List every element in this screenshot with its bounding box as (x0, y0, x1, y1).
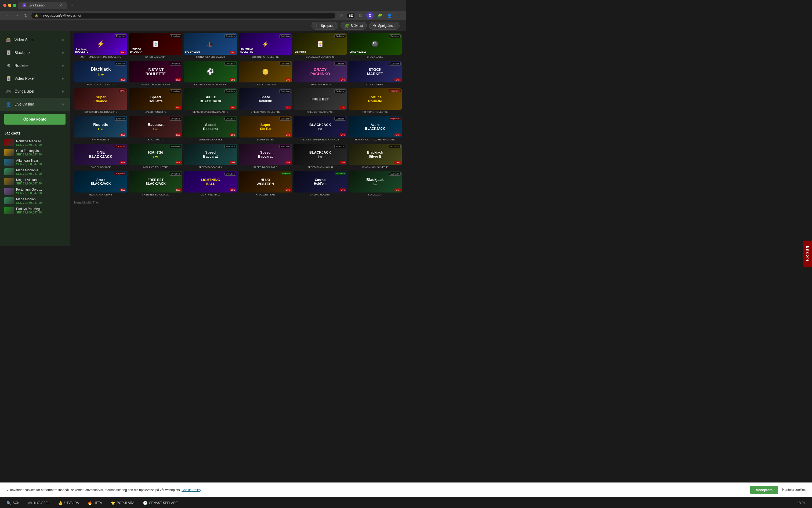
jackpot-thumb-6 (4, 197, 14, 204)
game-card-g15[interactable]: Evolution Live SPEEDBLACKJACK CLASSIC SP… (184, 88, 237, 114)
jackpot-item-1[interactable]: Gold Factory Ja... SEK 79,960,047.90 (4, 148, 66, 157)
back-btn[interactable]: ← (3, 12, 11, 19)
game-label-g8: INSTANT ROULETTE LIVE (129, 83, 182, 86)
address-bar[interactable]: 🔒 mrvegas.com/sv/live-casino/ (32, 13, 335, 18)
sidebar-item-video-slots[interactable]: 🎰 Video Slots ▶ (0, 33, 70, 46)
game-card-g22[interactable]: Evolution Live SuperSic Bo SUPER SIC BO (239, 116, 292, 141)
jackpot-thumb-0 (4, 139, 14, 146)
game-card-g16[interactable]: Evolution Live SpeedRoulette SPEED AUTO … (239, 88, 292, 114)
game-card-g14[interactable]: Evolution Live SpeedRoulette SPEED ROULE… (129, 88, 182, 114)
jackpot-item-7[interactable]: Paddys Pot Mega... SEK 79,960,047.90 (4, 206, 66, 215)
tabs-dropdown[interactable]: ⌄ (397, 3, 403, 7)
game-card-g30[interactable]: Evolution Live BlackjackSilver E BLACKJA… (348, 144, 402, 169)
game-card-g1[interactable]: Evolution Live ⚡ LightningROULETTE XXXTR… (74, 33, 127, 59)
close-window-btn[interactable] (3, 4, 6, 7)
game-card-g4[interactable]: Evolution ⚡ LIGHTNINGROULETTE LIGHTNING … (239, 33, 292, 59)
game-card-g27[interactable]: Evolution Live SpeedBaccarat SPEED BACCA… (184, 144, 237, 169)
game-card-g8[interactable]: Evolution Live INSTANTROULETTE INSTANT R… (129, 61, 182, 86)
game-card-g23[interactable]: Evolution Live BLACKJACKlive CLASSIC SPE… (294, 116, 347, 141)
open-account-btn[interactable]: Öppna konto (4, 114, 66, 125)
game-label-g29: SPEED BLACKJACK H (294, 166, 347, 169)
active-tab[interactable]: V Live kasino ✕ (18, 2, 67, 9)
evo-badge-g23: Evolution (334, 117, 346, 121)
jackpot-item-0[interactable]: Roulette Mega M... SEK 79,960,047.90 (4, 138, 66, 148)
game-card-g9[interactable]: Evolution Live ⚽ FOOTBALL STUDIO TOP CAR… (184, 61, 237, 86)
minimize-window-btn[interactable] (8, 4, 11, 7)
forward-btn[interactable]: → (13, 12, 20, 19)
game-card-g21[interactable]: Evolution Live SpeedBaccarat SPEED BACCA… (184, 116, 237, 141)
game-card-g36[interactable]: Evolution Live Blackjacklive BLACKJACK (348, 171, 402, 197)
game-card-g31[interactable]: Pragmatic Live AzureBLACKJACK BLACKJACK … (74, 171, 127, 197)
game-card-g29[interactable]: Evolution Live BLACKJACKlive SPEED BLACK… (294, 144, 347, 169)
maximize-window-btn[interactable] (13, 4, 16, 7)
spelpaus-btn[interactable]: ⏸ Spelpaus (311, 22, 338, 30)
sidebar-item-video-poker[interactable]: 🃏 Video Poker ▶ (0, 72, 70, 85)
game-card-g11[interactable]: Evolution Live CRAZYPACHINKO CRAZY PACHI… (294, 61, 347, 86)
game-card-g35[interactable]: Playtech Live CasinoHold'em CASINO HOLDE… (294, 171, 347, 197)
sidebar-item-live-casino[interactable]: 👤 Live Casino ▶ (0, 98, 70, 111)
game-card-g33[interactable]: Evolution Live LIGHTNINGBALL LIGHTNING B… (184, 171, 237, 197)
jackpot-item-5[interactable]: Fortunium Gold ... SEK 79,960,047.90 (4, 186, 66, 196)
game-label-g22: SUPER SIC BO (239, 138, 292, 141)
live-badge-g22: Live (285, 133, 291, 136)
game-label-g26: MINI LIVE ROULETTE (129, 166, 182, 169)
jackpot-thumb-5 (4, 188, 14, 195)
jackpot-item-3[interactable]: Mega Moolah 4 T... SEK 79,960,047.90 (4, 167, 66, 177)
blackjack-label: Blackjack (14, 50, 30, 55)
sidebar-item-blackjack[interactable]: 🃏 Blackjack ▶ (0, 46, 70, 59)
game-card-g6[interactable]: Evolution 🎱 CRAZY BALLS CRAZY BALLS (348, 33, 402, 59)
new-tab-btn[interactable]: + (69, 3, 76, 8)
game-card-g5[interactable]: Evolution 🃏 Blackjack BLACKJACK CLASSIC … (294, 33, 347, 59)
game-card-g10[interactable]: Evolution Live 🪙 CRAZY COIN FLIP (239, 61, 292, 86)
share-btn[interactable]: ⧉ (356, 12, 364, 19)
game-label-g19: VIP ROULETTE (74, 138, 127, 141)
live-badge-g7: Live (120, 78, 126, 81)
jackpot-item-6[interactable]: Mega Moolah SEK 79,960,047.90 (4, 196, 66, 206)
game-card-g7[interactable]: Evolution Live BlackjackLive BLACKJACK C… (74, 61, 127, 86)
live-badge-g16: Live (285, 106, 291, 109)
live-badge-g29: Live (340, 161, 346, 164)
game-card-g24[interactable]: Pragmatic Live AzureBLACKJACK BLACKJACK … (348, 116, 402, 141)
extensions-btn[interactable]: 🧩 (376, 12, 383, 19)
live-badge-g9: Live (230, 78, 236, 81)
bookmark-btn[interactable]: ☆ (338, 12, 345, 19)
video-poker-icon: 🃏 (5, 75, 12, 82)
game-card-g13[interactable]: RAW SuperChance SUPER CHANCE ROULETTE (74, 88, 127, 114)
evo-badge-g4: Evolution (279, 34, 291, 38)
game-card-g19[interactable]: Evolution Live RouletteLive VIP ROULETTE (74, 116, 127, 141)
sidebar-item-ovriga-spel[interactable]: 🎮 Övriga Spel ▶ (0, 85, 70, 98)
game-card-g20[interactable]: Evolution Live BaccaratLive BACCARAT C (129, 116, 182, 141)
game-label-g5: BLACKJACK CLASSIC 49 (294, 55, 347, 59)
game-card-g34[interactable]: Playtech Live HI-LOWESTERN HI-LO WESTERN (239, 171, 292, 197)
game-card-g25[interactable]: Pragmatic Live ONEBLACKJACK ONE BLACKJAC… (74, 144, 127, 169)
jackpot-amount-1: SEK 79,960,047.90 (16, 153, 66, 156)
tab-close-btn[interactable]: ✕ (59, 3, 62, 7)
game-card-g17[interactable]: Evolution Live FREE BET FREE BET BLACKJA… (294, 88, 347, 114)
game-card-g26[interactable]: Evolution Live RouletteLive MINI LIVE RO… (129, 144, 182, 169)
game-card-g3[interactable]: Evolution Live 🎩 BIG BALLER MONOPOLY BIG… (184, 33, 237, 59)
evo-badge-g17: Evolution (334, 89, 346, 93)
jackpot-thumb-2 (4, 159, 14, 166)
game-card-g12[interactable]: Evolution Live STOCKMARKET STOCK MARKET (348, 61, 402, 86)
game-card-g18[interactable]: Pragmatic FortuneRoulette FORTUNE ROULET… (348, 88, 402, 114)
game-card-g32[interactable]: Evolution Live FREE BETBLACKJACK FREE BE… (129, 171, 182, 197)
sjalvtest-btn[interactable]: 🌿 Självtest (340, 22, 367, 30)
sjalvtest-icon: 🌿 (344, 24, 349, 28)
live-badge-g12: Live (394, 78, 401, 81)
game-card-g2[interactable]: Evolution 🃏 TURBOBACCARAT TURBO BACCARAT (129, 33, 182, 59)
spelgranser-btn[interactable]: ⚙ Spelgränser (369, 22, 399, 30)
account-btn[interactable]: 👤 (386, 12, 393, 19)
refresh-btn[interactable]: ↻ (23, 12, 29, 19)
evo-badge-g15: Evolution (224, 89, 236, 93)
blackjack-arrow: ▶ (62, 51, 65, 54)
game-card-g28[interactable]: Evolution Live SpeedBaccarat SPEED BACCA… (239, 144, 292, 169)
profile-d-btn[interactable]: D (366, 12, 374, 19)
live-badge-g25: Live (120, 161, 126, 164)
jackpot-item-4[interactable]: King of Alexand... SEK 79,960,047.90 (4, 177, 66, 186)
game-row-5: Pragmatic Live AzureBLACKJACK BLACKJACK … (74, 171, 402, 197)
jackpot-item-2[interactable]: Atlantean Treas... SEK 79,960,047.90 (4, 157, 66, 167)
sidebar-item-roulette[interactable]: ⚙ Roulette ▶ (0, 59, 70, 72)
game-row-2: RAW SuperChance SUPER CHANCE ROULETTE Ev… (74, 88, 402, 114)
jackpot-amount-2: SEK 79,960,047.90 (16, 162, 66, 166)
menu-btn[interactable]: ⋮ (395, 12, 403, 19)
